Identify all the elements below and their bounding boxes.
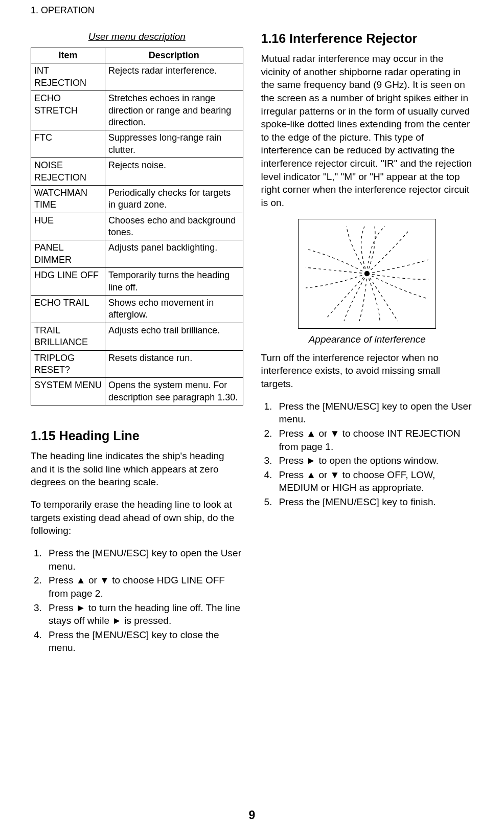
svg-point-1 [364,271,370,276]
section-116-steps: Press the [MENU/ESC] key to open the Use… [261,400,474,509]
table-header-row: Item Description [31,48,243,63]
list-item: Press ▲ or ▼ to choose OFF, LOW, MEDIUM … [275,468,474,494]
figure-caption: Appearance of interference [261,334,474,345]
list-item: Press the [MENU/ESC] key to close the me… [44,628,243,655]
left-column: User menu description Item Description I… [31,31,243,656]
cell-item: WATCHMAN TIME [31,185,105,213]
section-115-heading: 1.15 Heading Line [31,428,243,443]
list-item: Press the [MENU/ESC] key to open the Use… [44,547,243,573]
interference-figure [298,219,436,329]
section-115-steps: Press the [MENU/ESC] key to open the Use… [31,547,243,655]
cell-item: HDG LINE OFF [31,268,105,296]
table-caption: User menu description [31,31,243,42]
cell-item: ECHO TRAIL [31,296,105,323]
table-row: ECHO STRETCHStretches echoes in range di… [31,91,243,130]
table-row: FTCSuppresses long-range rain clutter. [31,130,243,158]
section-116-heading: 1.16 Interference Rejector [261,31,474,46]
list-item: Press ▲ or ▼ to choose INT REJECTION fro… [275,427,474,453]
cell-item: NOISE REJECTION [31,158,105,186]
table-row: NOISE REJECTIONRejects noise. [31,158,243,186]
content-columns: User menu description Item Description I… [31,31,473,656]
cell-desc: Periodically checks for targets in guard… [105,185,243,213]
right-column: 1.16 Interference Rejector Mutual radar … [261,31,474,656]
page-header: 1. OPERATION [31,5,473,16]
table-row: TRIPLOG RESET?Resets distance run. [31,350,243,378]
cell-desc: Opens the system menu. For description s… [105,378,243,405]
cell-item: ECHO STRETCH [31,91,105,130]
list-item: Press ▲ or ▼ to choose HDG LINE OFF from… [44,574,243,600]
col-header-desc: Description [105,48,243,63]
list-item: Press ► to turn the heading line off. Th… [44,601,243,627]
cell-desc: Chooses echo and background tones. [105,213,243,240]
cell-desc: Rejects radar interference. [105,63,243,91]
section-116-para1: Mutual radar interference may occur in t… [261,52,474,210]
cell-desc: Shows echo movement in afterglow. [105,296,243,323]
list-item: Press the [MENU/ESC] key to finish. [275,495,474,509]
cell-item: PANEL DIMMER [31,240,105,268]
cell-item: FTC [31,130,105,158]
cell-desc: Stretches echoes in range direction or r… [105,91,243,130]
cell-desc: Resets distance run. [105,350,243,378]
table-row: HDG LINE OFFTemporarily turns the headin… [31,268,243,296]
table-row: PANEL DIMMERAdjusts panel backlighting. [31,240,243,268]
cell-desc: Rejects noise. [105,158,243,186]
page-number: 9 [0,808,504,822]
cell-item: TRIPLOG RESET? [31,350,105,378]
table-row: HUEChooses echo and background tones. [31,213,243,240]
user-menu-table: Item Description INT REJECTIONRejects ra… [31,48,243,405]
list-item: Press ► to open the options window. [275,454,474,467]
section-115-para2: To temporarily erase the heading line to… [31,498,243,537]
cell-desc: Temporarily turns the heading line off. [105,268,243,296]
cell-desc: Suppresses long-range rain clutter. [105,130,243,158]
cell-desc: Adjusts echo trail brilliance. [105,323,243,350]
table-row: TRAIL BRILLIANCEAdjusts echo trail brill… [31,323,243,350]
cell-item: HUE [31,213,105,240]
table-row: ECHO TRAILShows echo movement in aftergl… [31,296,243,323]
table-row: SYSTEM MENUOpens the system menu. For de… [31,378,243,405]
table-row: WATCHMAN TIMEPeriodically checks for tar… [31,185,243,213]
col-header-item: Item [31,48,105,63]
list-item: Press the [MENU/ESC] key to open the Use… [275,400,474,426]
cell-item: TRAIL BRILLIANCE [31,323,105,350]
cell-item: SYSTEM MENU [31,378,105,405]
section-115-para1: The heading line indicates the ship's he… [31,449,243,489]
table-row: INT REJECTIONRejects radar interference. [31,63,243,91]
cell-item: INT REJECTION [31,63,105,91]
section-116-para2: Turn off the interference rejector when … [261,351,474,391]
cell-desc: Adjusts panel backlighting. [105,240,243,268]
